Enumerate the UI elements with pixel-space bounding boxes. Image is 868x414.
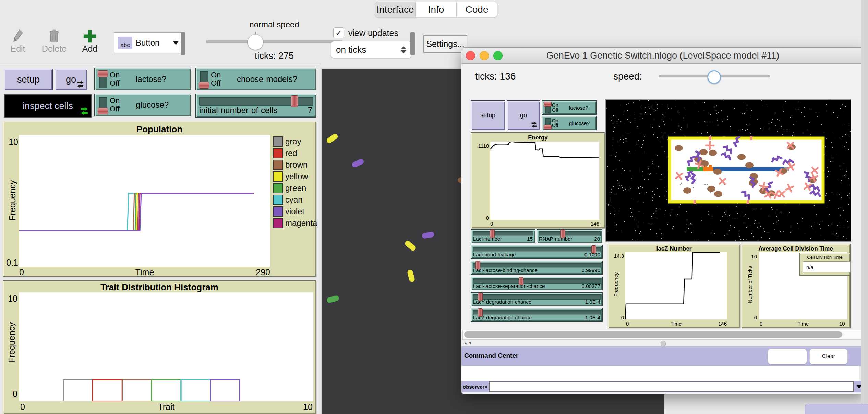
y-axis-label: Number of Ticks bbox=[747, 266, 753, 304]
check-icon: ✓ bbox=[335, 28, 342, 38]
model-world-view[interactable] bbox=[605, 99, 851, 242]
command-input[interactable] bbox=[489, 381, 854, 392]
laci-lactose-separation-chance-slider[interactable]: LacI-lactose-separation-chance 0.00377 bbox=[471, 277, 603, 290]
model-speed-slider-thumb[interactable] bbox=[707, 70, 721, 84]
speed-slider-track[interactable] bbox=[206, 40, 343, 43]
setup-button[interactable]: setup bbox=[4, 69, 53, 90]
widget-type-dropdown[interactable]: abc Button bbox=[114, 32, 183, 53]
forever-icon bbox=[531, 122, 537, 128]
model-speed-label: speed: bbox=[613, 71, 642, 82]
splitter-handle[interactable] bbox=[661, 341, 666, 347]
slider-value: 7 bbox=[308, 106, 312, 115]
widget-type-label: Button bbox=[136, 38, 169, 48]
legend-item-green: green bbox=[273, 183, 306, 193]
choose-models-switch[interactable]: On Off choose-models? bbox=[195, 68, 316, 90]
plot-title: Population bbox=[3, 124, 316, 135]
avg-cell-division-plot: Average Cell Division Time 10 0 Number o… bbox=[741, 244, 851, 328]
x-max-label: 146 bbox=[581, 221, 599, 227]
view-updates-checkbox[interactable]: ✓ bbox=[333, 27, 344, 38]
netlogo-desktop: { "main_window": { "tabs": [ {"label": "… bbox=[0, 0, 868, 414]
plot-title: Average Cell Division Time bbox=[741, 245, 850, 252]
yellow-cell[interactable] bbox=[404, 240, 417, 252]
initial-number-of-cells-slider[interactable]: initial-number-of-cells 7 bbox=[195, 94, 316, 118]
slider-knob[interactable] bbox=[291, 95, 298, 107]
speed-slider-thumb[interactable] bbox=[248, 34, 263, 50]
model-ticks-counter: ticks: 136 bbox=[475, 71, 516, 82]
y-min-label: 0 bbox=[609, 315, 624, 320]
slider-value: 20 bbox=[594, 236, 600, 242]
model-setup-button[interactable]: setup bbox=[471, 100, 505, 130]
switch-label: lactose? bbox=[136, 75, 166, 83]
legend-item-cyan: cyan bbox=[273, 195, 303, 205]
main-window-right-scrollbar[interactable] bbox=[861, 0, 868, 414]
go-button[interactable]: go bbox=[55, 69, 87, 90]
select-chevrons-icon bbox=[401, 46, 406, 53]
splitter-arrows-icon[interactable]: ▲▼ bbox=[464, 341, 473, 345]
violet-cell[interactable] bbox=[422, 231, 435, 239]
edit-label: Edit bbox=[10, 44, 25, 54]
tab-interface[interactable]: Interface bbox=[375, 2, 416, 17]
rnap-number-slider[interactable]: RNAP-number 20 bbox=[537, 229, 602, 243]
command-center-splitter[interactable]: ▲▼ bbox=[461, 340, 864, 346]
observer-prompt[interactable]: observer> bbox=[461, 381, 489, 392]
add-label: Add bbox=[82, 44, 97, 54]
button-widget-icon: abc bbox=[118, 37, 132, 49]
y-max-label: 10 bbox=[4, 137, 18, 147]
delete-button[interactable]: Delete bbox=[40, 28, 68, 54]
slider-value: 0.99990 bbox=[582, 267, 600, 273]
switch-knob[interactable] bbox=[544, 102, 552, 107]
laci-lactose-binding-chance-slider[interactable]: LacI-lactose-binding-chance 0.99990 bbox=[471, 261, 603, 275]
trait-histogram-plot: Trait Distribution Histogram 10 0 Freque… bbox=[3, 280, 316, 414]
glucose-switch[interactable]: On Off glucose? bbox=[94, 94, 191, 116]
edit-button[interactable]: Edit bbox=[8, 28, 28, 54]
model-lactose-switch[interactable]: On Off lactose? bbox=[542, 100, 597, 115]
toolbar-separator-2 bbox=[410, 32, 415, 55]
command-output-area[interactable] bbox=[461, 366, 859, 381]
add-button[interactable]: Add bbox=[80, 28, 100, 54]
tab-code[interactable]: Code bbox=[457, 2, 497, 17]
legend-label: green bbox=[285, 183, 306, 193]
slider-value: 1.0E-4 bbox=[585, 299, 600, 305]
laci-bond-leakage-slider[interactable]: LacI-bond-leakage 0.1000 bbox=[471, 245, 603, 259]
laci-number-slider[interactable]: LacI-number 15 bbox=[471, 229, 535, 243]
switch-label: choose-models? bbox=[237, 75, 297, 83]
lacz-degradation-chance-slider[interactable]: LacZ-degradation-chance 1.0E-4 bbox=[471, 308, 603, 322]
view-updates-control[interactable]: ✓ view updates bbox=[333, 27, 398, 38]
switch-knob[interactable] bbox=[98, 70, 108, 77]
model-glucose-switch[interactable]: On Off glucose? bbox=[542, 116, 597, 130]
inspect-cells-button[interactable]: inspect cells bbox=[4, 94, 92, 118]
y-axis-label: Frequency bbox=[8, 183, 17, 221]
violet-cell[interactable] bbox=[351, 158, 364, 168]
switch-knob[interactable] bbox=[98, 108, 108, 114]
horizontal-scrollbar-track[interactable] bbox=[462, 330, 862, 340]
slider-value: 0.00377 bbox=[582, 283, 600, 289]
legend-label: cyan bbox=[285, 195, 303, 205]
y-axis-label: Frequency bbox=[613, 271, 619, 299]
yellow-cell[interactable] bbox=[407, 269, 415, 283]
view-updates-label: view updates bbox=[348, 28, 398, 38]
speed-slider-label: normal speed bbox=[206, 20, 343, 29]
lacy-degradation-chance-slider[interactable]: LacY-degradation-chance 1.0E-4 bbox=[471, 292, 603, 306]
dropdown-caret-icon bbox=[173, 41, 179, 45]
horizontal-scrollbar-thumb[interactable] bbox=[464, 331, 842, 338]
clear-button[interactable]: Clear bbox=[809, 349, 848, 364]
switch-label: glucose? bbox=[569, 121, 590, 126]
switch-knob[interactable] bbox=[199, 82, 209, 89]
switch-knob[interactable] bbox=[544, 125, 552, 130]
legend-swatch bbox=[273, 206, 283, 217]
slider-label: LacI-lactose-separation-chance bbox=[473, 283, 545, 289]
y-min-label: 0 bbox=[745, 315, 757, 320]
command-input-row: observer> bbox=[461, 381, 864, 392]
tab-info[interactable]: Info bbox=[416, 2, 457, 17]
model-go-button[interactable]: go bbox=[507, 100, 540, 130]
update-mode-select[interactable]: on ticks bbox=[331, 41, 411, 58]
lactose-switch[interactable]: On Off lactose? bbox=[94, 68, 191, 90]
green-cell[interactable] bbox=[326, 295, 340, 304]
command-center-title: Command Center bbox=[464, 352, 518, 360]
command-center-header: Command Center Clear bbox=[461, 346, 864, 366]
blank-button[interactable] bbox=[768, 349, 807, 364]
settings-button[interactable]: Settings... bbox=[423, 35, 467, 53]
yellow-cell[interactable] bbox=[326, 133, 339, 144]
slider-label: LacZ-degradation-chance bbox=[473, 315, 532, 320]
window-title-bar[interactable]: GenEvo 1 Genetic Switch.nlogo (LevelSpac… bbox=[461, 48, 864, 64]
